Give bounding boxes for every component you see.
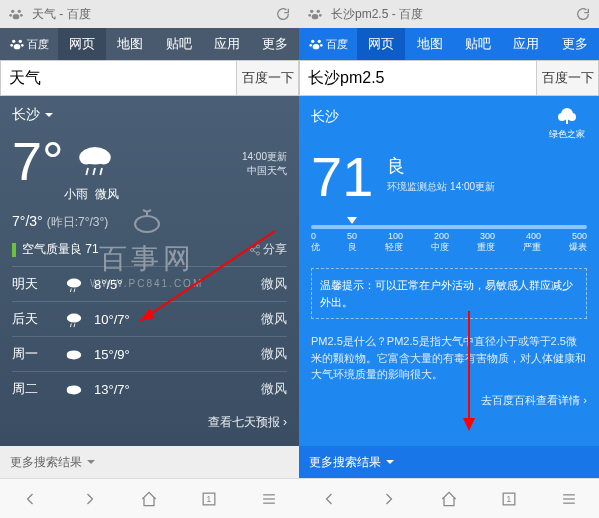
svg-point-1 — [18, 10, 21, 13]
tab-web[interactable]: 网页 — [357, 28, 405, 60]
svg-line-15 — [100, 168, 102, 175]
weather-icon — [62, 345, 86, 363]
baidu-paw-icon — [308, 36, 324, 52]
svg-point-2 — [9, 14, 12, 17]
forecast-row[interactable]: 明天8°/5°微风 — [12, 266, 287, 301]
baidu-paw-icon — [9, 36, 25, 52]
tab-app[interactable]: 应用 — [502, 28, 550, 60]
forecast-list: 明天8°/5°微风后天10°/7°微风周一15°/9°微风周二13°/7°微风 — [12, 266, 287, 406]
forward-icon[interactable] — [379, 489, 399, 509]
search-bar: 百度一下 — [0, 60, 299, 96]
tab-tieba[interactable]: 贴吧 — [454, 28, 502, 60]
svg-line-14 — [93, 168, 95, 175]
forecast-row[interactable]: 后天10°/7°微风 — [12, 301, 287, 336]
svg-point-3 — [20, 14, 23, 17]
chevron-down-icon — [44, 110, 54, 120]
tab-map[interactable]: 地图 — [405, 28, 453, 60]
svg-point-4 — [13, 14, 20, 19]
svg-point-49 — [568, 113, 576, 121]
weather-icon — [62, 380, 86, 398]
tab-tieba[interactable]: 贴吧 — [154, 28, 202, 60]
svg-point-11 — [79, 151, 93, 165]
current-temp: 7° — [12, 130, 64, 192]
share-button[interactable]: 分享 — [249, 241, 287, 258]
aqi-text: 空气质量良 71 — [22, 241, 99, 258]
svg-point-46 — [313, 44, 320, 49]
baidu-logo[interactable]: 百度 — [0, 36, 58, 52]
bottom-nav: 1 — [0, 478, 299, 518]
pm-grade: 良 — [387, 154, 495, 178]
chevron-down-icon — [86, 457, 96, 467]
svg-point-44 — [309, 44, 312, 47]
address-bar[interactable]: 长沙pm2.5 - 百度 — [299, 0, 599, 28]
search-input[interactable] — [300, 61, 536, 95]
more-results[interactable]: 更多搜索结果 — [299, 446, 599, 478]
pm-value: 71 — [311, 144, 373, 209]
tab-web[interactable]: 网页 — [58, 28, 106, 60]
tabs-icon[interactable]: 1 — [499, 489, 519, 509]
header: 百度 网页 地图 贴吧 应用 更多 — [299, 28, 599, 60]
forward-icon[interactable] — [80, 489, 100, 509]
pm-explanation: PM2.5是什么？PM2.5是指大气中直径小于或等于2.5微米的颗粒物。它富含大… — [311, 333, 587, 383]
city-label: 长沙 — [311, 108, 587, 126]
tab-more[interactable]: 更多 — [251, 28, 299, 60]
menu-icon[interactable] — [559, 489, 579, 509]
svg-line-21 — [74, 289, 75, 293]
weather-icon — [62, 310, 86, 328]
aqi-row[interactable]: 空气质量良 71 分享 — [12, 241, 287, 258]
scale-cursor — [347, 217, 357, 224]
forecast-row[interactable]: 周一15°/9°微风 — [12, 336, 287, 371]
svg-point-12 — [96, 151, 110, 165]
baidu-logo[interactable]: 百度 — [299, 36, 357, 52]
search-input[interactable] — [1, 61, 236, 95]
home-icon[interactable] — [139, 489, 159, 509]
bottom-nav: 1 — [299, 478, 599, 518]
search-button[interactable]: 百度一下 — [236, 61, 298, 95]
svg-marker-52 — [463, 418, 475, 431]
svg-point-22 — [67, 314, 81, 323]
search-bar: 百度一下 — [299, 60, 599, 96]
tree-icon — [555, 106, 579, 126]
svg-point-6 — [19, 40, 22, 43]
menu-icon[interactable] — [259, 489, 279, 509]
back-icon[interactable] — [319, 489, 339, 509]
svg-point-37 — [310, 10, 313, 13]
city-selector[interactable]: 长沙 — [12, 106, 287, 124]
svg-line-23 — [70, 324, 71, 328]
tab-app[interactable]: 应用 — [203, 28, 251, 60]
nav-tabs: 网页 地图 贴吧 应用 更多 — [357, 28, 599, 60]
more-results[interactable]: 更多搜索结果 — [0, 446, 299, 478]
address-bar[interactable]: 天气 - 百度 — [0, 0, 299, 28]
address-text: 天气 - 百度 — [32, 6, 267, 23]
tab-map[interactable]: 地图 — [106, 28, 154, 60]
back-icon[interactable] — [20, 489, 40, 509]
svg-rect-50 — [566, 118, 568, 124]
svg-point-16 — [257, 245, 260, 248]
svg-point-45 — [320, 44, 323, 47]
forecast-row[interactable]: 周二13°/7°微风 — [12, 371, 287, 406]
weather-card: 长沙 14:00更新中国天气 7° 小雨 微风 7°/3°(昨日:7°/3°) … — [0, 96, 299, 446]
pm-card: 长沙 绿色之家 71 良 环境监测总站 14:00更新 050100200300… — [299, 96, 599, 446]
svg-point-38 — [317, 10, 320, 13]
tabs-icon[interactable]: 1 — [199, 489, 219, 509]
header: 百度 网页 地图 贴吧 应用 更多 — [0, 28, 299, 60]
svg-text:1: 1 — [507, 494, 512, 504]
svg-point-8 — [21, 44, 24, 47]
svg-point-9 — [14, 44, 21, 49]
refresh-icon[interactable] — [275, 6, 291, 22]
home-icon[interactable] — [439, 489, 459, 509]
address-text: 长沙pm2.5 - 百度 — [331, 6, 567, 23]
baidu-paw-icon — [307, 6, 323, 22]
svg-point-0 — [11, 10, 14, 13]
baidu-paw-icon — [8, 6, 24, 22]
svg-point-43 — [318, 40, 321, 43]
svg-text:1: 1 — [207, 494, 212, 504]
refresh-icon[interactable] — [575, 6, 591, 22]
baike-link[interactable]: 去百度百科查看详情 › — [311, 393, 587, 408]
svg-point-42 — [311, 40, 314, 43]
svg-point-40 — [319, 14, 322, 17]
tab-more[interactable]: 更多 — [551, 28, 599, 60]
share-icon — [249, 244, 261, 256]
search-button[interactable]: 百度一下 — [536, 61, 598, 95]
seven-day-link[interactable]: 查看七天预报 › — [12, 406, 287, 439]
